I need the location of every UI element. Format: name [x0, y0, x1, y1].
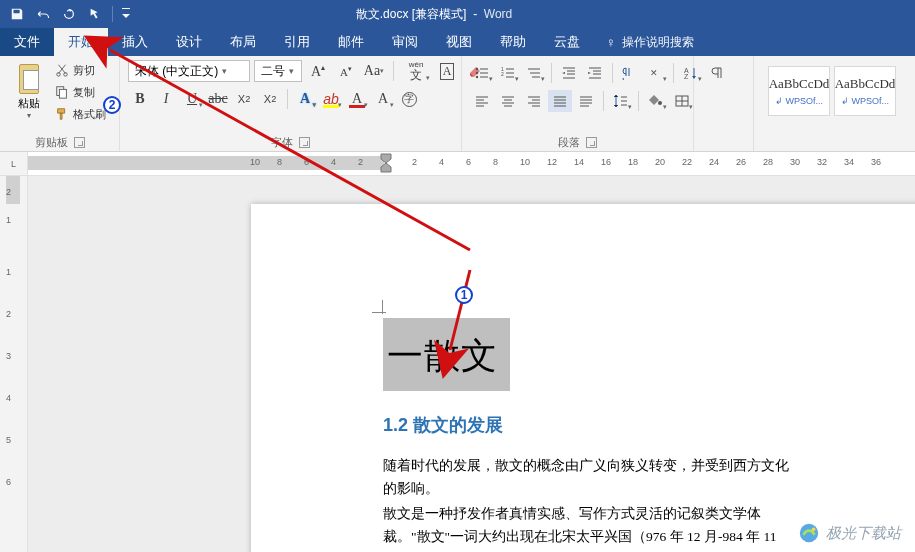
- group-paragraph: 12 ✕ AZ: [462, 56, 694, 151]
- app-name: Word: [484, 7, 512, 21]
- touch-mode-button[interactable]: [84, 3, 106, 25]
- svg-text:Z: Z: [684, 73, 689, 80]
- document-name: 散文.docx: [356, 7, 409, 21]
- cut-button[interactable]: 剪切: [52, 60, 109, 80]
- align-justify-button[interactable]: [548, 90, 572, 112]
- window-title: 散文.docx [兼容模式] - Word: [133, 6, 735, 23]
- sort-button[interactable]: AZ: [679, 62, 703, 84]
- svg-point-16: [800, 524, 818, 542]
- group-clipboard: 粘贴 ▾ 剪切 复制 格式刷 剪贴板: [0, 56, 120, 151]
- doc-paragraph[interactable]: 散文是一种抒发作者真情实感、写作方式灵活的记叙类文学体裁。"散文"一词大约出现在…: [383, 503, 799, 552]
- tab-view[interactable]: 视图: [432, 28, 486, 56]
- align-left-button[interactable]: [470, 90, 494, 112]
- multilevel-button[interactable]: [522, 62, 546, 84]
- svg-rect-3: [59, 89, 66, 98]
- doc-heading-2[interactable]: 1.2 散文的发展: [383, 413, 799, 437]
- svg-point-12: [658, 101, 662, 105]
- compat-mode: [兼容模式]: [412, 7, 467, 21]
- tab-selector[interactable]: L: [0, 152, 28, 175]
- subscript-button[interactable]: X2: [232, 88, 256, 110]
- shading-button[interactable]: [644, 90, 668, 112]
- group-label-clipboard: 剪贴板: [8, 133, 111, 151]
- document-area: 21123456 一散文 1.2 散文的发展 随着时代的发展，散文的概念由广义向…: [0, 176, 915, 552]
- svg-point-17: [812, 528, 816, 532]
- doc-heading-1[interactable]: 一散文: [387, 336, 498, 376]
- copy-button[interactable]: 复制: [52, 82, 109, 102]
- tab-references[interactable]: 引用: [270, 28, 324, 56]
- svg-text:2: 2: [501, 71, 504, 77]
- tab-design[interactable]: 设计: [162, 28, 216, 56]
- tab-insert[interactable]: 插入: [108, 28, 162, 56]
- svg-point-5: [476, 72, 478, 74]
- italic-button[interactable]: I: [154, 88, 178, 110]
- indent-decrease-button[interactable]: [557, 62, 581, 84]
- tab-cloud[interactable]: 云盘: [540, 28, 594, 56]
- title-bar: 散文.docx [兼容模式] - Word: [0, 0, 915, 28]
- dialog-launcher-icon[interactable]: [586, 137, 597, 148]
- style-item[interactable]: AaBbCcDd ↲ WPSOf...: [768, 66, 830, 116]
- horizontal-ruler[interactable]: L 10864224681012141618202224262830323436: [0, 152, 915, 176]
- enclose-char-button[interactable]: 字: [397, 88, 421, 110]
- font-name-combo[interactable]: 宋体 (中文正文)▾: [128, 60, 250, 82]
- save-button[interactable]: [6, 3, 28, 25]
- underline-button[interactable]: U: [180, 88, 204, 110]
- dialog-launcher-icon[interactable]: [299, 137, 310, 148]
- doc-paragraph[interactable]: 随着时代的发展，散文的概念由广义向狭义转变，并受到西方文化的影响。: [383, 455, 799, 501]
- grow-font-button[interactable]: A▴: [306, 60, 330, 82]
- bullets-button[interactable]: [470, 62, 494, 84]
- borders-button[interactable]: [670, 90, 694, 112]
- svg-point-4: [476, 68, 478, 70]
- phonetic-guide-button[interactable]: wén文: [401, 60, 431, 82]
- svg-text:✕: ✕: [650, 68, 658, 78]
- page[interactable]: 一散文 1.2 散文的发展 随着时代的发展，散文的概念由广义向狭义转变，并受到西…: [251, 204, 915, 552]
- selection-highlight: 一散文: [383, 318, 510, 391]
- highlight-button[interactable]: ab: [319, 88, 343, 110]
- shrink-font-button[interactable]: A▾: [334, 60, 358, 82]
- style-item[interactable]: AaBbCcDd ↲ WPSOf...: [834, 66, 896, 116]
- superscript-button[interactable]: X2: [258, 88, 282, 110]
- tab-help[interactable]: 帮助: [486, 28, 540, 56]
- text-effects-button[interactable]: A: [293, 88, 317, 110]
- vertical-ruler[interactable]: 21123456: [0, 176, 28, 552]
- align-center-button[interactable]: [496, 90, 520, 112]
- quick-access-toolbar: [0, 3, 133, 25]
- tab-mailings[interactable]: 邮件: [324, 28, 378, 56]
- watermark: 极光下载站: [798, 522, 901, 544]
- dialog-launcher-icon[interactable]: [74, 137, 85, 148]
- ltr-button[interactable]: [618, 62, 642, 84]
- separator: [112, 6, 113, 22]
- tab-home[interactable]: 开始: [54, 28, 108, 56]
- customize-qa-button[interactable]: [119, 3, 133, 25]
- font-color-button[interactable]: A: [345, 88, 369, 110]
- group-label-paragraph: 段落: [470, 133, 685, 151]
- group-label-font: 字体: [128, 133, 453, 151]
- format-painter-button[interactable]: 格式刷: [52, 104, 109, 124]
- ribbon-tabs: 文件 开始 插入 设计 布局 引用 邮件 审阅 视图 帮助 云盘 ♀ 操作说明搜…: [0, 28, 915, 56]
- tell-me-search[interactable]: ♀ 操作说明搜索: [606, 28, 694, 56]
- group-styles: AaBbCcDd ↲ WPSOf... AaBbCcDd ↲ WPSOf...: [754, 56, 915, 151]
- char-border-button[interactable]: A: [435, 60, 459, 82]
- font-size-combo[interactable]: 二号▾: [254, 60, 302, 82]
- bold-button[interactable]: B: [128, 88, 152, 110]
- paste-icon: [15, 62, 43, 94]
- line-spacing-button[interactable]: [609, 90, 633, 112]
- tab-file[interactable]: 文件: [0, 28, 54, 56]
- ribbon: 粘贴 ▾ 剪切 复制 格式刷 剪贴板: [0, 56, 915, 152]
- redo-button[interactable]: [58, 3, 80, 25]
- svg-point-6: [476, 76, 478, 78]
- char-spacing-button[interactable]: ✕: [644, 62, 668, 84]
- align-right-button[interactable]: [522, 90, 546, 112]
- tab-layout[interactable]: 布局: [216, 28, 270, 56]
- change-case-button[interactable]: Aa▾: [362, 60, 386, 82]
- strikethrough-button[interactable]: abc: [206, 88, 230, 110]
- numbering-button[interactable]: 12: [496, 62, 520, 84]
- undo-button[interactable]: [32, 3, 54, 25]
- char-shading-button[interactable]: A: [371, 88, 395, 110]
- show-marks-button[interactable]: [705, 62, 729, 84]
- tab-review[interactable]: 审阅: [378, 28, 432, 56]
- group-font: 宋体 (中文正文)▾ 二号▾ A▴ A▾ Aa▾ wén文 A B I: [120, 56, 462, 151]
- align-distribute-button[interactable]: [574, 90, 598, 112]
- paste-button[interactable]: 粘贴 ▾: [8, 60, 50, 120]
- lightbulb-icon: ♀: [606, 35, 616, 50]
- indent-increase-button[interactable]: [583, 62, 607, 84]
